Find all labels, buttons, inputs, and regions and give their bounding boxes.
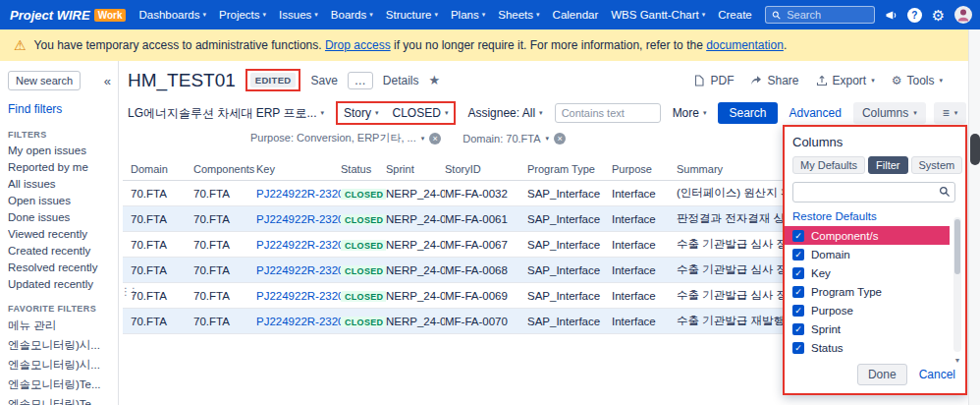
column-header-sprint[interactable]: Sprint (386, 163, 445, 175)
details-button[interactable]: Details (383, 74, 419, 87)
favorite-filter-item[interactable]: 엔솔모니터링)시... (8, 338, 114, 353)
nav-item-sheets[interactable]: Sheets▾ (498, 9, 539, 21)
issue-key-link[interactable]: PJ224922R-232036 (256, 213, 341, 225)
list-view-menu-button[interactable]: ≡ ▾ (934, 102, 967, 124)
remove-chip-icon[interactable]: × (554, 133, 566, 145)
nav-item-plans[interactable]: Plans▾ (451, 9, 485, 21)
tab-filter[interactable]: Filter (868, 156, 907, 174)
sidebar-item-resolved-recently[interactable]: Resolved recently (8, 261, 114, 273)
storyid-cell: MF-FA-0068 (445, 264, 527, 276)
issue-key-link[interactable]: PJ224922R-232030 (256, 290, 341, 302)
sidebar-item-viewed-recently[interactable]: Viewed recently (8, 228, 114, 240)
help-icon[interactable]: ? (907, 8, 922, 23)
columns-button[interactable]: Columns ▾ (853, 102, 926, 124)
column-option-key[interactable]: ✓Key (792, 263, 946, 282)
sidebar-item-updated-recently[interactable]: Updated recently (8, 278, 114, 290)
share-button[interactable]: Share (750, 74, 798, 87)
checkbox-checked-icon[interactable]: ✓ (792, 230, 804, 242)
sidebar-item-reported-by-me[interactable]: Reported by me (8, 161, 114, 173)
tools-button[interactable]: ⚙ Tools ▾ (892, 74, 943, 87)
favorite-filter-item[interactable]: 엔솔모니터링)시... (8, 358, 114, 373)
nav-item-projects[interactable]: Projects▾ (219, 9, 266, 21)
find-filters-link[interactable]: Find filters (8, 102, 114, 116)
remove-chip-icon[interactable]: × (429, 133, 441, 145)
column-option-domain[interactable]: ✓Domain (792, 245, 946, 263)
save-button[interactable]: Save (310, 74, 337, 87)
collapse-sidebar-icon[interactable]: « (104, 74, 114, 88)
column-header-storyid[interactable]: StoryID (445, 163, 527, 175)
nav-item-structure[interactable]: Structure▾ (386, 9, 438, 21)
page-scrollbar-thumb[interactable] (970, 134, 980, 165)
sidebar-item-open-issues[interactable]: Open issues (8, 195, 114, 206)
column-header-status[interactable]: Status (341, 163, 386, 175)
checkbox-checked-icon[interactable]: ✓ (792, 249, 804, 260)
checkbox-checked-icon[interactable]: ✓ (792, 323, 804, 335)
checkbox-checked-icon[interactable]: ✓ (792, 305, 804, 317)
column-option-status[interactable]: ✓Status (792, 338, 946, 357)
favorite-star-icon[interactable]: ★ (429, 73, 441, 87)
favorite-filter-item[interactable]: 메뉴 관리 (8, 318, 114, 333)
column-header-key[interactable]: Key (256, 163, 341, 175)
column-header-domain[interactable]: Domain (131, 163, 193, 175)
app-logo[interactable]: Project WIRE Work (10, 8, 126, 23)
column-header-components[interactable]: Components (193, 163, 256, 175)
filter-chip[interactable]: Purpose: Conversion, ERP기타, ...▾× (250, 131, 441, 145)
filter-chip[interactable]: Domain: 70.FTA▾× (463, 133, 566, 145)
column-header-program-type[interactable]: Program Type (527, 163, 612, 175)
page-scrollbar[interactable] (968, 29, 980, 405)
sidebar-item-done-issues[interactable]: Done issues (8, 211, 114, 223)
nav-item-boards[interactable]: Boards▾ (331, 9, 373, 21)
nav-item-issues[interactable]: Issues▾ (279, 9, 318, 21)
project-dropdown[interactable]: LG에너지솔루션 차세대 ERP 프로... ▾ (128, 105, 324, 122)
tab-my-defaults[interactable]: My Defaults (792, 156, 865, 174)
gear-icon[interactable]: ⚙ (932, 8, 945, 23)
column-option-component-s[interactable]: ✓Component/s (785, 226, 950, 245)
cancel-link[interactable]: Cancel (919, 368, 955, 381)
issue-key-link[interactable]: PJ224922R-232040 (256, 188, 341, 200)
contains-text-input[interactable] (555, 103, 661, 123)
done-button[interactable]: Done (857, 364, 907, 385)
columns-panel-scrollbar[interactable] (953, 217, 961, 352)
sidebar-item-created-recently[interactable]: Created recently (8, 245, 114, 257)
issue-key-link[interactable]: PJ224922R-232029 (256, 316, 341, 327)
pdf-button[interactable]: PDF (693, 74, 734, 87)
more-options-icon[interactable]: … (348, 72, 373, 89)
new-search-button[interactable]: New search (8, 71, 81, 90)
type-dropdown[interactable]: Story ▾ (344, 106, 379, 120)
column-option-sprint[interactable]: ✓Sprint (792, 319, 946, 338)
checkbox-checked-icon[interactable]: ✓ (792, 342, 804, 354)
export-button[interactable]: Export ▾ (816, 74, 875, 87)
drag-handle-icon[interactable]: ⋮⋮ (121, 286, 136, 297)
search-button[interactable]: Search (718, 102, 777, 124)
documentation-link[interactable]: documentation (706, 38, 784, 52)
more-criteria-dropdown[interactable]: More ▾ (673, 106, 707, 120)
scroll-down-icon[interactable]: ▼ (953, 357, 961, 364)
status-dropdown[interactable]: CLOSED ▾ (393, 106, 449, 120)
global-search-input[interactable] (785, 8, 868, 22)
nav-item-calendar[interactable]: Calendar (553, 9, 599, 21)
announcements-icon[interactable] (885, 9, 898, 22)
column-option-program-type[interactable]: ✓Program Type (792, 282, 946, 301)
issue-key-link[interactable]: PJ224922R-232032 (256, 239, 341, 251)
restore-defaults-link[interactable]: Restore Defaults (792, 210, 957, 222)
favorite-filter-item[interactable]: 엔솔모니터링)Te... (8, 377, 114, 392)
advanced-search-link[interactable]: Advanced (789, 106, 842, 120)
checkbox-checked-icon[interactable]: ✓ (792, 267, 804, 279)
assignee-dropdown[interactable]: Assignee: All ▾ (467, 106, 542, 120)
column-header-purpose[interactable]: Purpose (612, 163, 677, 175)
drop-access-link[interactable]: Drop access (325, 38, 391, 52)
global-search-box[interactable] (765, 6, 875, 24)
issue-key-link[interactable]: PJ224922R-232031 (256, 264, 341, 276)
columns-search-input[interactable] (792, 182, 955, 202)
nav-item-dashboards[interactable]: Dashboards▾ (138, 9, 206, 21)
nav-item-create[interactable]: Create (718, 9, 752, 21)
checkbox-checked-icon[interactable]: ✓ (792, 286, 804, 298)
nav-item-wbs-gantt-chart[interactable]: WBS Gantt-Chart▾ (611, 9, 705, 21)
favorite-filter-item[interactable]: 엔솔모니터링)Te (8, 397, 114, 405)
column-option-purpose[interactable]: ✓Purpose (792, 301, 946, 319)
sidebar-item-my-open-issues[interactable]: My open issues (8, 145, 114, 156)
tab-system[interactable]: System (911, 156, 963, 174)
user-avatar[interactable] (954, 6, 972, 24)
sidebar-item-all-issues[interactable]: All issues (8, 178, 114, 190)
scrollbar-thumb[interactable] (954, 219, 960, 274)
